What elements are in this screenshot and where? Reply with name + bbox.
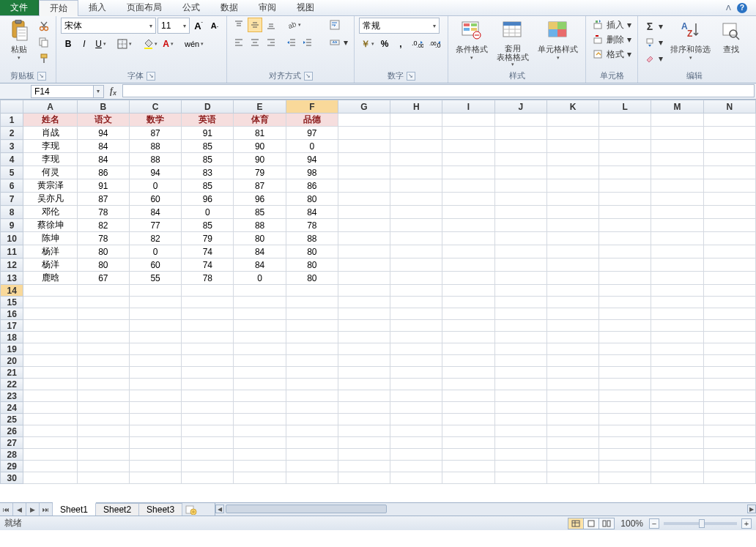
cell-K22[interactable] <box>546 379 598 390</box>
cell-A16[interactable] <box>23 308 77 320</box>
cell-G11[interactable] <box>338 245 390 258</box>
cell-L10[interactable] <box>599 232 651 245</box>
menu-tab-2[interactable]: 页面布局 <box>116 0 172 15</box>
cell-E23[interactable] <box>234 390 286 402</box>
cell-G27[interactable] <box>338 437 390 449</box>
cell-H17[interactable] <box>390 320 442 332</box>
cell-K8[interactable] <box>546 206 598 219</box>
cell-N12[interactable] <box>703 258 755 272</box>
cell-B15[interactable] <box>77 297 129 308</box>
cell-A6[interactable]: 黄宗泽 <box>23 179 77 193</box>
cell-A27[interactable] <box>23 437 77 449</box>
row-header-12[interactable]: 12 <box>1 258 23 272</box>
cell-N14[interactable] <box>703 285 755 297</box>
cell-F11[interactable]: 80 <box>286 245 338 258</box>
cell-M27[interactable] <box>651 437 703 449</box>
col-header-K[interactable]: K <box>546 100 598 114</box>
cell-D16[interactable] <box>182 308 234 320</box>
cell-B18[interactable] <box>77 332 129 343</box>
cell-C11[interactable]: 0 <box>129 245 181 258</box>
cell-L26[interactable] <box>599 425 651 437</box>
cell-M6[interactable] <box>651 179 703 193</box>
cell-K19[interactable] <box>546 343 598 355</box>
cell-M14[interactable] <box>651 285 703 297</box>
cell-G5[interactable] <box>338 166 390 179</box>
cell-B23[interactable] <box>77 390 129 402</box>
sheet-tab-Sheet2[interactable]: Sheet2 <box>96 503 139 516</box>
cell-L8[interactable] <box>599 206 651 219</box>
cell-G8[interactable] <box>338 206 390 219</box>
cell-K9[interactable] <box>546 219 598 232</box>
cell-N25[interactable] <box>703 414 755 425</box>
cell-N27[interactable] <box>703 437 755 449</box>
cell-G6[interactable] <box>338 179 390 193</box>
cell-M12[interactable] <box>651 258 703 272</box>
cell-C6[interactable]: 0 <box>129 179 181 193</box>
cell-L12[interactable] <box>599 258 651 272</box>
fx-button[interactable]: fx <box>104 83 122 99</box>
cell-J5[interactable] <box>494 166 546 179</box>
cell-E20[interactable] <box>234 355 286 367</box>
cell-D6[interactable]: 85 <box>182 179 234 193</box>
cell-E9[interactable]: 88 <box>234 219 286 232</box>
cell-H10[interactable] <box>390 232 442 245</box>
cell-M17[interactable] <box>651 320 703 332</box>
cell-L3[interactable] <box>599 140 651 153</box>
cell-G23[interactable] <box>338 390 390 402</box>
cell-F19[interactable] <box>286 343 338 355</box>
cell-F12[interactable]: 80 <box>286 258 338 272</box>
cell-D28[interactable] <box>182 449 234 461</box>
cell-D18[interactable] <box>182 332 234 343</box>
cell-C16[interactable] <box>129 308 181 320</box>
cell-D27[interactable] <box>182 437 234 449</box>
cell-L13[interactable] <box>599 272 651 285</box>
format-painter-button[interactable] <box>37 51 51 66</box>
col-header-N[interactable]: N <box>703 100 755 114</box>
wrap-text-button[interactable] <box>327 18 349 32</box>
cell-J27[interactable] <box>494 437 546 449</box>
cell-C14[interactable] <box>129 285 181 297</box>
cell-I18[interactable] <box>442 332 494 343</box>
cell-D4[interactable]: 85 <box>182 153 234 166</box>
alignment-launcher[interactable]: ↘ <box>304 72 313 81</box>
cell-H6[interactable] <box>390 179 442 193</box>
cell-F20[interactable] <box>286 355 338 367</box>
cell-N7[interactable] <box>703 193 755 206</box>
cell-C26[interactable] <box>129 425 181 437</box>
cell-C30[interactable] <box>129 472 181 484</box>
cell-H13[interactable] <box>390 272 442 285</box>
cell-K15[interactable] <box>546 297 598 308</box>
cell-N15[interactable] <box>703 297 755 308</box>
cell-J15[interactable] <box>494 297 546 308</box>
cell-F17[interactable] <box>286 320 338 332</box>
cell-H20[interactable] <box>390 355 442 367</box>
cell-B28[interactable] <box>77 449 129 461</box>
cell-K3[interactable] <box>546 140 598 153</box>
cell-M19[interactable] <box>651 343 703 355</box>
tab-nav-last[interactable]: ⏭ <box>40 503 53 516</box>
cell-C9[interactable]: 77 <box>129 219 181 232</box>
cell-N3[interactable] <box>703 140 755 153</box>
cell-F10[interactable]: 88 <box>286 232 338 245</box>
align-top-button[interactable] <box>231 18 246 32</box>
cell-K13[interactable] <box>546 272 598 285</box>
cell-J19[interactable] <box>494 343 546 355</box>
cell-A19[interactable] <box>23 343 77 355</box>
cell-A22[interactable] <box>23 379 77 390</box>
cell-K23[interactable] <box>546 390 598 402</box>
cell-H22[interactable] <box>390 379 442 390</box>
cell-F6[interactable]: 86 <box>286 179 338 193</box>
cell-J24[interactable] <box>494 402 546 414</box>
cell-M11[interactable] <box>651 245 703 258</box>
cell-I11[interactable] <box>442 245 494 258</box>
cell-A20[interactable] <box>23 355 77 367</box>
cell-B7[interactable]: 87 <box>77 193 129 206</box>
cell-A2[interactable]: 肖战 <box>23 127 77 140</box>
cell-D22[interactable] <box>182 379 234 390</box>
cell-M9[interactable] <box>651 219 703 232</box>
cell-E19[interactable] <box>234 343 286 355</box>
cell-B11[interactable]: 80 <box>77 245 129 258</box>
hscroll-left[interactable]: ◀ <box>215 505 224 513</box>
cell-G20[interactable] <box>338 355 390 367</box>
hscroll-right[interactable]: ▶ <box>747 505 756 513</box>
